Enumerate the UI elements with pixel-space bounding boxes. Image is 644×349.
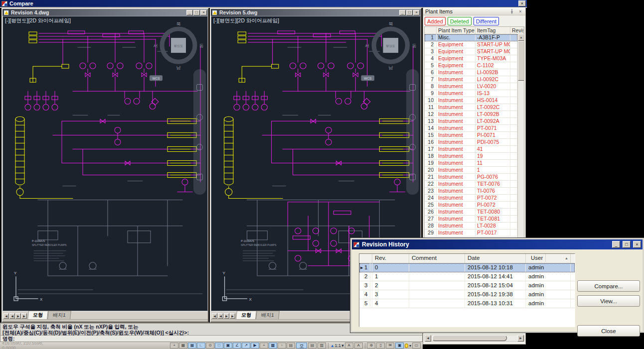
plant-item-row[interactable]: 13 Instrument LT-0092A [425,118,517,125]
statusbar-toggle[interactable]: ∟ [197,343,205,349]
pan-icon[interactable] [409,114,416,120]
plant-item-row[interactable]: 27 Instrument TET-0081 [425,216,517,223]
hscroll-thumb[interactable] [432,335,507,341]
plant-item-row[interactable]: 10 Instrument HS-0014 [425,97,517,104]
minimize-button[interactable]: _ [186,10,193,15]
revision-row[interactable]: ▶1 0 2015-08-12 10:18 admin [359,263,575,272]
tab-nav-button[interactable]: ◀ [9,313,15,319]
plant-items-table-header[interactable]: Plant Item Type ItemTag Revisi [425,27,524,34]
plant-item-row[interactable]: 9 Instrument IS-13 [425,90,517,97]
tab-nav-button[interactable]: ▶ [230,313,235,319]
filter-button[interactable]: Added [425,17,446,25]
coordinates-readout[interactable]: 416.0590, 210.5598, 0.0000 [2,341,44,349]
quick-view-icon[interactable]: ▥ [318,343,326,349]
plant-item-row[interactable]: 29 Instrument PT-0017 [425,230,517,236]
plant-item-row[interactable]: 3 Equipment START-UP MO... [425,48,517,55]
close-button[interactable]: × [200,10,207,15]
revision4-titlebar[interactable]: Revision 4.dwg _ □ × [2,9,208,16]
plant-item-row[interactable]: 6 Instrument LI-0092B [425,69,517,76]
maximize-button[interactable]: □ [193,10,200,15]
scroll-up-button[interactable]: ▲ [518,34,524,41]
layout-tab[interactable]: 모형 [236,311,257,319]
drawing-hscrollbar[interactable] [2,319,208,322]
vscroll-thumb[interactable] [518,41,524,81]
col-comment[interactable]: Comment [409,254,465,263]
tab-nav-button[interactable]: ▶ [21,313,27,319]
nav-bar[interactable] [193,69,206,195]
col-user[interactable]: User▲ [526,254,571,263]
pin-icon[interactable] [509,8,515,14]
nav-bar[interactable] [406,69,419,195]
plant-item-row[interactable]: 5 Equipment C-1102 [425,62,517,69]
col-date[interactable]: Date [465,254,526,263]
revision-row[interactable]: 4 3 2015-08-12 19:38 admin [359,290,575,299]
plant-item-row[interactable]: 1 Misc. -A3B1F-P [425,34,517,41]
message-icon[interactable]: ✉ [386,343,394,349]
annotation-autoscale-icon[interactable]: A [354,343,363,349]
main-close-button[interactable]: × [518,0,526,6]
maximize-button[interactable]: □ [406,10,413,15]
plant-item-row[interactable]: 16 Instrument PDI-0075 [425,139,517,146]
col-itemtag[interactable]: ItemTag [476,27,510,34]
statusbar-toggle[interactable]: ↗ [242,343,250,349]
revision-row[interactable]: 2 1 2015-08-12 14:41 admin [359,272,575,281]
plant-items-hscrollbar[interactable]: ◀ ▶ [424,335,524,342]
tab-nav-button[interactable]: ◀ [218,313,223,319]
plant-item-row[interactable]: 7 Instrument LI-0092C [425,76,517,83]
zoom-icon[interactable] [409,144,416,150]
tab-nav-button[interactable]: ▶ [15,313,21,319]
chevron-down-icon[interactable]: ▾ [409,344,411,348]
viewport-label[interactable]: [-][평면도][2D 와이어프레임] [5,17,71,24]
plant-item-row[interactable]: 14 Instrument PT-0071 [425,125,517,132]
full-nav-wheel-icon[interactable] [196,84,203,91]
minimize-button[interactable]: _ [612,241,620,248]
screen-icon[interactable]: ▣ [395,343,404,349]
clean-screen-icon[interactable]: ▭ [412,343,421,349]
layout-tab[interactable]: 배치1 [47,311,71,319]
orbit-icon[interactable] [409,174,416,180]
plant-item-row[interactable]: 15 Instrument PI-0071 [425,132,517,139]
annotation-scale-value[interactable]: 1:1 [335,343,341,348]
plant-item-row[interactable]: 17 Instrument 41 [425,146,517,153]
statusbar-toggle[interactable]: □ [215,343,223,349]
compare-button[interactable]: Compare... [577,280,640,292]
pan-icon[interactable] [196,114,203,120]
plant-item-row[interactable]: 28 Instrument LT-0028 [425,223,517,230]
annotation-scale-widget[interactable]: ▲ 1:1 ▾ [330,343,344,348]
statusbar-toggle[interactable]: ▩ [269,343,277,349]
plant-item-row[interactable]: 22 Instrument TET-0076 [425,181,517,188]
plant-item-row[interactable]: 25 Instrument PI-0072 [425,202,517,209]
filter-button[interactable]: Different [474,17,499,25]
close-button[interactable]: Close [577,325,640,337]
plant-item-row[interactable]: 4 Equipment TYPE-M03A [425,55,517,62]
statusbar-toggle[interactable]: + [260,343,268,349]
chevron-down-icon[interactable]: ▾ [341,343,344,348]
main-titlebar[interactable]: Compare [0,0,527,7]
statusbar-toggle[interactable]: ▦ [188,343,196,349]
statusbar-toggle[interactable]: ▦ [179,343,187,349]
tab-nav-button[interactable]: ◀ [3,313,9,319]
close-button[interactable]: × [633,241,641,248]
plant-item-row[interactable]: 26 Instrument TET-0080 [425,209,517,216]
plant-item-row[interactable]: 2 Equipment START-UP MO... [425,41,517,48]
revision4-canvas[interactable]: 북 남 동 서 평면도 WCS P-1109A/S SPLITTER REBOI… [2,16,208,311]
layout-tab[interactable]: 배치1 [256,311,279,319]
layout-icon[interactable]: ▤ [308,343,317,349]
plant-item-row[interactable]: 11 Instrument LT-0092C [425,104,517,111]
filter-button[interactable]: Deleted [448,17,472,25]
revision-row[interactable]: 5 4 2015-08-13 10:31 admin [359,299,575,308]
col-revision[interactable]: Revisi [510,27,524,34]
lightbulb-icon[interactable] [405,344,408,348]
plant-item-row[interactable]: 8 Instrument LV-0020 [425,83,517,90]
plant-item-row[interactable]: 23 Instrument TI-0076 [425,188,517,195]
statusbar-toggle[interactable]: ∠ [233,343,241,349]
view-button[interactable]: View... [577,295,640,307]
layout-tab[interactable]: 모형 [27,311,48,319]
revision-row[interactable]: 3 2 2015-08-12 15:04 admin [359,281,575,290]
plant-item-row[interactable]: 19 Instrument 11 [425,160,517,167]
model-space-button[interactable]: 모형 [296,343,307,349]
statusbar-toggle[interactable]: ▶ [251,343,259,349]
statusbar-toggle[interactable]: ⊙ [206,343,214,349]
command-input[interactable]: 명령: [0,336,422,342]
viewport-label[interactable]: [-][평면도][2D 와이어프레임] [213,17,279,24]
